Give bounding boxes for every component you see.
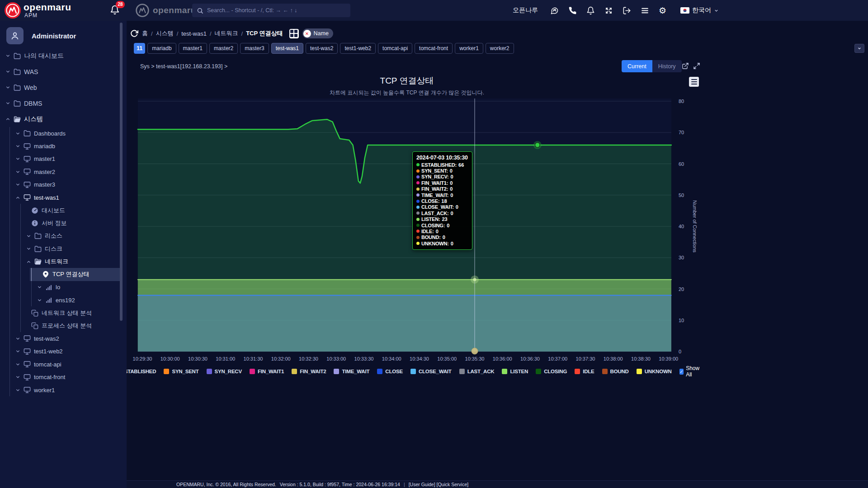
sidebar-item-tomcat-front[interactable]: tomcat-front bbox=[0, 371, 127, 383]
account-name[interactable]: 오픈나루 bbox=[513, 6, 538, 14]
chevron-down-icon[interactable] bbox=[5, 69, 10, 74]
tcp-connections-chart[interactable]: 01020304050607080Number of Connections10… bbox=[127, 0, 868, 398]
breadcrumb-item[interactable]: 홈 bbox=[142, 29, 148, 38]
legend-item-SYN_RECV[interactable]: SYN_RECV bbox=[207, 369, 242, 374]
chevron-down-icon[interactable] bbox=[15, 349, 20, 354]
sidebar-item-master1[interactable]: master1 bbox=[0, 153, 127, 165]
sidebar-item-시스템[interactable]: 시스템 bbox=[0, 111, 127, 127]
sidebar-item-디스크[interactable]: 디스크 bbox=[0, 243, 127, 255]
sidebar-item-DBMS[interactable]: DBMS bbox=[0, 95, 127, 111]
sidebar-item-프로세스-상태-분석[interactable]: 프로세스 상태 분석 bbox=[0, 319, 127, 332]
sidebar-item-lo[interactable]: lo bbox=[0, 281, 127, 294]
server-tag-mariadb[interactable]: mariadb bbox=[147, 43, 176, 54]
server-tag-worker1[interactable]: worker1 bbox=[455, 43, 483, 54]
remove-filter-icon[interactable]: ✕ bbox=[303, 30, 311, 38]
current-button[interactable]: Current bbox=[622, 60, 652, 72]
external-link-icon[interactable] bbox=[682, 62, 689, 70]
sidebar-item-master3[interactable]: master3 bbox=[0, 178, 127, 191]
chevron-down-icon[interactable] bbox=[15, 156, 20, 161]
server-tag-test-was2[interactable]: test-was2 bbox=[306, 43, 338, 54]
chevron-down-icon[interactable] bbox=[15, 362, 20, 367]
legend-item-SYN_SENT[interactable]: SYN_SENT bbox=[164, 369, 198, 374]
chevron-down-icon[interactable] bbox=[15, 336, 20, 341]
sidebar-item-서버-정보[interactable]: 서버 정보 bbox=[0, 217, 127, 230]
legend-item-CLOSE[interactable]: CLOSE bbox=[377, 369, 403, 374]
chevron-down-icon[interactable] bbox=[37, 298, 42, 303]
server-tag-tomcat-api[interactable]: tomcat-api bbox=[378, 43, 412, 54]
grid-view-icon[interactable] bbox=[289, 29, 299, 38]
sidebar-item-WAS[interactable]: WAS bbox=[0, 64, 127, 80]
sidebar-item-네트워크[interactable]: 네트워크 bbox=[0, 255, 127, 268]
legend-item-UNKNOWN[interactable]: UNKNOWN bbox=[637, 369, 672, 374]
chevron-down-icon[interactable] bbox=[26, 234, 31, 239]
language-selector[interactable]: 한국어 bbox=[680, 6, 719, 14]
filter-tag[interactable]: ✕ Name bbox=[302, 28, 333, 38]
server-tag-worker2[interactable]: worker2 bbox=[486, 43, 514, 54]
sidebar-item-TCP-연결상태[interactable]: TCP 연결상태 bbox=[30, 268, 120, 281]
openmaru-logo-icon[interactable] bbox=[5, 2, 21, 19]
chat-icon[interactable] bbox=[550, 6, 559, 15]
chevron-down-icon[interactable] bbox=[15, 388, 20, 393]
show-all-checkbox[interactable]: ✓Show All bbox=[679, 365, 701, 378]
chevron-up-icon[interactable] bbox=[15, 195, 20, 200]
sidebar-item-worker1[interactable]: worker1 bbox=[0, 384, 127, 396]
sidebar-item-test1-web2[interactable]: test1-web2 bbox=[0, 345, 127, 358]
gear-icon[interactable]: ⚙ bbox=[659, 6, 667, 15]
sidebar-scrollbar[interactable] bbox=[120, 23, 123, 321]
server-tag-test-was1[interactable]: test-was1 bbox=[271, 43, 303, 54]
history-button[interactable]: History bbox=[652, 60, 682, 72]
legend-item-CLOSE_WAIT[interactable]: CLOSE_WAIT bbox=[410, 369, 452, 374]
server-tag-tomcat-front[interactable]: tomcat-front bbox=[415, 43, 453, 54]
sidebar-item-Dashboards[interactable]: Dashboards bbox=[0, 127, 127, 140]
legend-item-LAST_ACK[interactable]: LAST_ACK bbox=[459, 369, 495, 374]
sidebar-item-mariadb[interactable]: mariadb bbox=[0, 140, 127, 152]
server-tag-master1[interactable]: master1 bbox=[179, 43, 207, 54]
sidebar-item-test-was1[interactable]: test-was1 bbox=[0, 191, 127, 204]
phone-icon[interactable] bbox=[568, 6, 577, 15]
legend-item-FIN_WAIT2[interactable]: FIN_WAIT2 bbox=[292, 369, 326, 374]
menu-icon[interactable] bbox=[641, 6, 649, 15]
sidebar-item-Web[interactable]: Web bbox=[0, 80, 127, 95]
chevron-down-icon[interactable] bbox=[5, 101, 10, 106]
legend-item-IDLE[interactable]: IDLE bbox=[575, 369, 594, 374]
sidebar-item-네트워크-상태-분석[interactable]: 네트워크 상태 분석 bbox=[0, 306, 127, 319]
chevron-down-icon[interactable] bbox=[15, 144, 20, 149]
breadcrumb-item[interactable]: 시스템 bbox=[156, 29, 174, 38]
logout-icon[interactable] bbox=[623, 6, 631, 15]
sidebar-item-test-was2[interactable]: test-was2 bbox=[0, 332, 127, 345]
chevron-up-icon[interactable] bbox=[26, 259, 31, 264]
notification-count-badge[interactable]: 28 bbox=[116, 1, 125, 8]
chevron-down-icon[interactable] bbox=[15, 131, 20, 136]
sidebar-item-대시보드[interactable]: 대시보드 bbox=[0, 204, 127, 216]
chevron-up-icon[interactable] bbox=[5, 117, 10, 122]
checkbox-checked-icon[interactable]: ✓ bbox=[679, 369, 684, 375]
move-icon[interactable] bbox=[604, 6, 613, 15]
chevron-down-icon[interactable] bbox=[37, 285, 42, 290]
breadcrumb-item[interactable]: 네트워크 bbox=[215, 29, 238, 38]
sidebar-item-tomcat-api[interactable]: tomcat-api bbox=[0, 358, 127, 371]
chevron-down-icon[interactable] bbox=[15, 182, 20, 187]
legend-item-TIME_WAIT[interactable]: TIME_WAIT bbox=[334, 369, 369, 374]
refresh-icon[interactable] bbox=[130, 29, 138, 38]
legend-item-LISTEN[interactable]: LISTEN bbox=[502, 369, 528, 374]
chevron-down-icon[interactable] bbox=[5, 85, 10, 90]
chevron-down-icon[interactable] bbox=[26, 246, 31, 251]
sidebar-item-master2[interactable]: master2 bbox=[0, 165, 127, 178]
chevron-down-icon[interactable] bbox=[15, 375, 20, 380]
sidebar-item-ens192[interactable]: ens192 bbox=[0, 294, 127, 306]
adm in-profile[interactable]: Administrator bbox=[6, 27, 76, 44]
chevron-down-icon[interactable] bbox=[5, 53, 10, 58]
chevron-down-icon[interactable] bbox=[15, 169, 20, 174]
server-tag-master2[interactable]: master2 bbox=[209, 43, 238, 54]
legend-item-CLOSING[interactable]: CLOSING bbox=[536, 369, 567, 374]
fullscreen-icon[interactable] bbox=[693, 62, 700, 70]
server-tag-test1-web2[interactable]: test1-web2 bbox=[340, 43, 376, 54]
chart-menu-icon[interactable] bbox=[689, 77, 699, 87]
tags-dropdown-button[interactable] bbox=[854, 44, 864, 53]
server-tag-master3[interactable]: master3 bbox=[240, 43, 269, 54]
breadcrumb-item[interactable]: test-was1 bbox=[181, 30, 207, 37]
search-input[interactable] bbox=[207, 7, 346, 14]
sidebar-item-나의-대시보드[interactable]: 나의 대시보드 bbox=[0, 48, 127, 64]
bell-icon[interactable] bbox=[586, 6, 595, 15]
sidebar-item-리소스[interactable]: 리소스 bbox=[0, 230, 127, 242]
